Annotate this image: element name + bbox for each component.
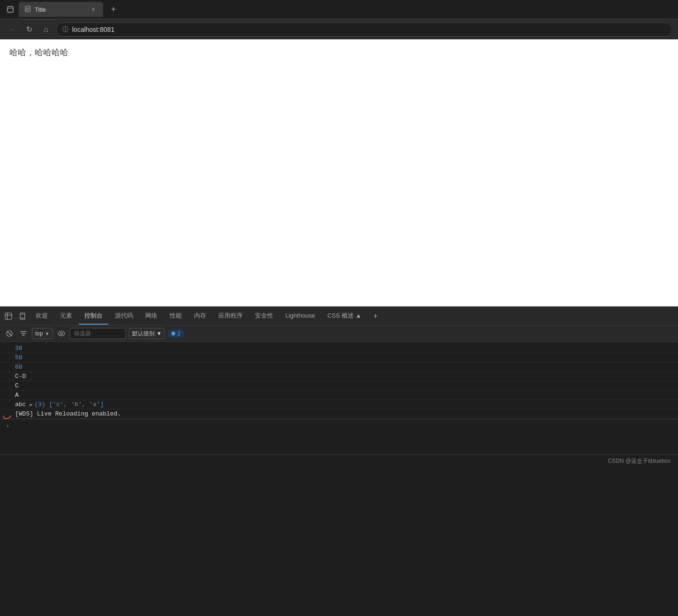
page-main-text: 哈哈，哈哈哈哈 [9,47,669,58]
console-line-50: 50 [0,353,678,363]
svg-line-14 [7,332,11,335]
console-line-60: 60 [0,363,678,372]
address-info-icon: ⓘ [62,25,68,34]
tab-close-button[interactable]: × [89,5,97,14]
tab-elements[interactable]: 元素 [54,308,78,325]
tab-sources-label: 源代码 [115,312,133,320]
svg-rect-6 [5,313,12,319]
expand-array-button[interactable]: ▶ [30,402,32,408]
svg-point-12 [22,318,23,319]
home-button[interactable]: ⌂ [39,23,52,36]
console-filter-icon [18,328,29,339]
console-line-cd-text: C-D [15,373,26,380]
svg-point-15 [60,333,62,334]
chevron-down-icon: ▼ [45,331,50,336]
console-line-30: 30 [0,344,678,353]
nav-bar: ← ↻ ⌂ ⓘ localhost:8081 [0,19,678,39]
context-selector[interactable]: top ▼ [32,328,53,339]
console-line-wds-text: [WDS] Live Reloading enabled. [15,410,121,417]
console-line-60-text: 60 [15,364,22,371]
tab-console[interactable]: 控制台 [79,308,108,325]
tab-lighthouse-label: Lighthouse [285,312,315,319]
window-icon-button[interactable] [4,3,17,16]
tab-title: Title [35,6,85,13]
console-array-value: (3) ['c', 'b', 'a'] [34,401,104,408]
console-line-30-text: 30 [15,345,22,352]
devtools-tab-bar: 欢迎 元素 控制台 源代码 网络 性能 内存 应用程序 安全性 Lighthou… [0,306,678,325]
console-line-abc: abc ▶ (3) ['c', 'b', 'a'] [0,400,678,409]
tab-memory[interactable]: 内存 [188,308,212,325]
tab-application-label: 应用程序 [218,312,243,320]
console-prompt-icon: › [6,422,9,430]
svg-rect-1 [7,8,13,8]
level-chevron-icon: ▼ [156,330,162,337]
tab-console-label: 控制台 [84,312,103,320]
footer-credit: CSDN @蓝盒子itbluebox [608,457,671,465]
footer: CSDN @蓝盒子itbluebox [0,454,678,468]
console-toolbar: top ▼ 默认级别 ▼ 2 [0,325,678,342]
console-output[interactable]: 30 50 60 C-D C A abc ▶ (3) ['c', 'b', 'a… [0,342,678,454]
tab-memory-label: 内存 [194,312,206,320]
address-url: localhost:8081 [72,26,114,33]
tab-application[interactable]: 应用程序 [213,308,248,325]
level-label: 默认级别 [132,330,155,338]
tab-welcome[interactable]: 欢迎 [30,308,53,325]
context-label: top [35,330,43,337]
devtools-inspect-icon[interactable] [2,310,15,323]
tab-page-icon [24,6,31,14]
eye-button[interactable] [56,328,67,339]
refresh-button[interactable]: ↻ [22,23,36,36]
new-tab-button[interactable]: + [107,3,120,16]
filter-input[interactable] [70,328,126,339]
error-count: 2 [177,330,180,337]
console-clear-button[interactable] [4,328,15,339]
tab-css-overview[interactable]: CSS 概述 ▲ [322,308,367,325]
tab-network-label: 网络 [145,312,157,320]
devtools-device-icon[interactable] [16,310,29,323]
svg-rect-7 [5,315,12,315]
error-dot-icon [171,332,175,335]
svg-rect-0 [7,7,13,12]
tab-performance-label: 性能 [170,312,182,320]
tab-security[interactable]: 安全性 [249,308,279,325]
tab-welcome-label: 欢迎 [36,312,48,320]
tab-network[interactable]: 网络 [140,308,163,325]
tab-elements-label: 元素 [60,312,72,320]
tab-performance[interactable]: 性能 [164,308,187,325]
browser-tab-active[interactable]: Title × [19,2,103,17]
error-badge[interactable]: 2 [168,329,184,338]
address-bar[interactable]: ⓘ localhost:8081 [56,22,672,37]
console-line-c: C [0,381,678,391]
tab-sources[interactable]: 源代码 [109,308,139,325]
tab-lighthouse[interactable]: Lighthouse [280,308,321,325]
devtools-panel: 欢迎 元素 控制台 源代码 网络 性能 内存 应用程序 安全性 Lighthou… [0,306,678,468]
page-content-area: 哈哈，哈哈哈哈 [0,39,678,306]
tab-css-overview-label: CSS 概述 ▲ [328,312,362,320]
console-input-line: › [0,419,678,432]
tab-security-label: 安全性 [255,312,273,320]
devtools-more-tabs-button[interactable]: + [369,310,382,323]
console-line-50-text: 50 [15,354,22,361]
level-selector[interactable]: 默认级别 ▼ [129,328,165,339]
console-line-wds: [WDS] Live Reloading enabled. [0,409,678,419]
svg-rect-8 [7,313,7,319]
console-line-c-text: C [15,382,19,389]
console-line-cd: C-D [0,372,678,381]
console-line-a: A [0,391,678,400]
console-abc-label: abc [15,401,26,408]
back-button[interactable]: ← [6,23,19,36]
console-line-a-text: A [15,392,19,399]
tab-bar: Title × + [0,0,678,19]
